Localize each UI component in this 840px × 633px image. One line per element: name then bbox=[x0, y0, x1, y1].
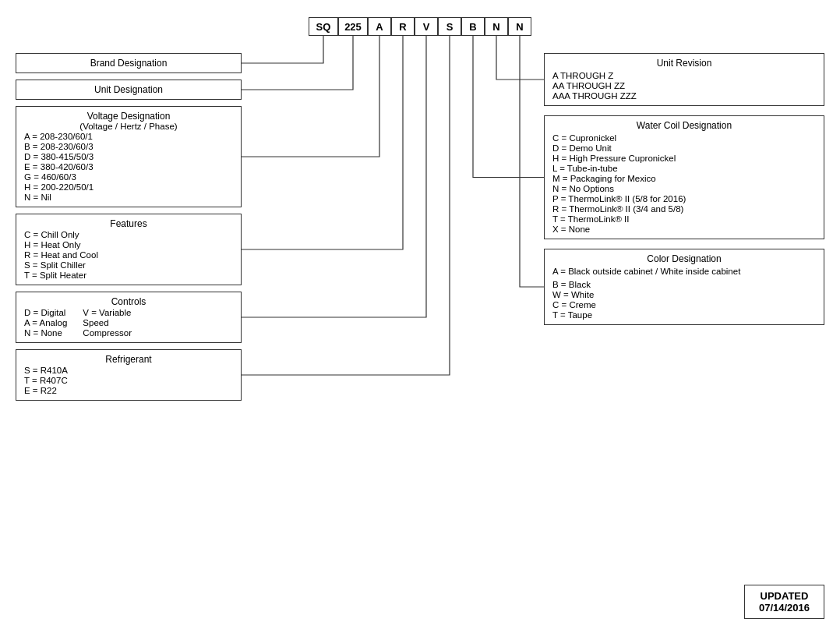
box-line: B = 208-230/60/3 bbox=[24, 142, 233, 151]
model-cell-7: N bbox=[485, 17, 508, 36]
info-box-controls: ControlsD = DigitalA = AnalogN = NoneV =… bbox=[16, 292, 242, 343]
box-title-unit_revision: Unit Revision bbox=[552, 58, 816, 69]
model-cell-4: V bbox=[415, 17, 438, 36]
box-line: H = High Pressure Cupronickel bbox=[552, 154, 816, 163]
box-line: A = 208-230/60/1 bbox=[24, 132, 233, 141]
box-line: X = None bbox=[552, 225, 816, 234]
box-title-controls: Controls bbox=[24, 296, 233, 307]
box-line: D = 380-415/50/3 bbox=[24, 152, 233, 161]
box-line: T = R407C bbox=[24, 376, 233, 385]
box-line: V = Variable bbox=[83, 308, 132, 317]
box-title-features: Features bbox=[24, 218, 233, 229]
info-box-unit: Unit Designation bbox=[16, 80, 242, 100]
box-line: N = No Options bbox=[552, 184, 816, 193]
model-cell-0: SQ bbox=[309, 17, 338, 36]
box-line: C = Chill Only bbox=[24, 230, 233, 239]
box-line: AAA THROUGH ZZZ bbox=[552, 91, 816, 101]
box-line: S = Split Chiller bbox=[24, 260, 233, 270]
box-line: N = None bbox=[24, 328, 67, 338]
model-number-row: SQ225ARVSBNN bbox=[0, 17, 840, 36]
box-line: Compressor bbox=[83, 328, 132, 338]
box-title-water_coil: Water Coil Designation bbox=[552, 120, 816, 131]
left-div-controls: D = DigitalA = AnalogN = None bbox=[24, 307, 67, 338]
model-cell-2: A bbox=[368, 17, 391, 36]
box-line: E = R22 bbox=[24, 386, 233, 395]
box-line: T = ThermoLink® II bbox=[552, 214, 816, 224]
box-line: A = Analog bbox=[24, 318, 67, 327]
model-cell-8: N bbox=[508, 17, 531, 36]
updated-box: UPDATED 07/14/2016 bbox=[744, 585, 824, 619]
box-line: M = Packaging for Mexico bbox=[552, 174, 816, 183]
info-box-brand: Brand Designation bbox=[16, 53, 242, 73]
model-cell-1: 225 bbox=[338, 17, 368, 36]
two-col-controls: D = DigitalA = AnalogN = NoneV = Variabl… bbox=[24, 307, 233, 338]
box-title-refrigerant: Refrigerant bbox=[24, 354, 233, 365]
box-title-brand: Brand Designation bbox=[24, 58, 233, 69]
box-line: E = 380-420/60/3 bbox=[24, 162, 233, 172]
box-title-voltage: Voltage Designation bbox=[24, 111, 233, 122]
box-line: L = Tube-in-tube bbox=[552, 164, 816, 173]
model-cell-6: B bbox=[461, 17, 485, 36]
box-subtitle-voltage: (Voltage / Hertz / Phase) bbox=[24, 122, 233, 131]
box-line: G = 460/60/3 bbox=[24, 172, 233, 182]
box-line: A THROUGH Z bbox=[552, 71, 816, 80]
box-line: Speed bbox=[83, 318, 132, 327]
right-column: Unit RevisionA THROUGH ZAA THROUGH ZZAAA… bbox=[544, 53, 824, 334]
info-box-voltage: Voltage Designation(Voltage / Hertz / Ph… bbox=[16, 106, 242, 207]
box-line: D = Digital bbox=[24, 308, 67, 317]
box-line: D = Demo Unit bbox=[552, 143, 816, 153]
left-column: Brand DesignationUnit DesignationVoltage… bbox=[16, 53, 242, 407]
box-line: C = Cupronickel bbox=[552, 133, 816, 143]
page-title bbox=[0, 0, 840, 17]
info-box-features: FeaturesC = Chill OnlyH = Heat OnlyR = H… bbox=[16, 214, 242, 285]
box-title-unit: Unit Designation bbox=[24, 84, 233, 95]
box-line: W = White bbox=[552, 290, 816, 299]
page: SQ225ARVSBNN Brand DesignationUnit Desig… bbox=[0, 0, 840, 633]
box-line: R = ThermoLink® II (3/4 and 5/8) bbox=[552, 204, 816, 214]
info-box-refrigerant: RefrigerantS = R410AT = R407CE = R22 bbox=[16, 349, 242, 401]
box-line: N = Nil bbox=[24, 193, 233, 202]
box-line: H = 200-220/50/1 bbox=[24, 182, 233, 192]
info-box-color: Color DesignationA = Black outside cabin… bbox=[544, 249, 824, 325]
box-line: B = Black bbox=[552, 280, 816, 289]
box-line: A = Black outside cabinet / White inside… bbox=[552, 267, 816, 276]
box-title-color: Color Designation bbox=[552, 253, 816, 264]
info-box-water_coil: Water Coil DesignationC = CupronickelD =… bbox=[544, 115, 824, 239]
box-line: P = ThermoLink® II (5/8 for 2016) bbox=[552, 194, 816, 203]
right-div-controls: V = VariableSpeedCompressor bbox=[83, 307, 132, 338]
box-line: R = Heat and Cool bbox=[24, 250, 233, 260]
model-cell-3: R bbox=[391, 17, 415, 36]
box-line: H = Heat Only bbox=[24, 240, 233, 249]
box-line: T = Split Heater bbox=[24, 271, 233, 280]
info-box-unit_revision: Unit RevisionA THROUGH ZAA THROUGH ZZAAA… bbox=[544, 53, 824, 106]
box-line: S = R410A bbox=[24, 366, 233, 375]
box-line: T = Taupe bbox=[552, 310, 816, 320]
box-line: AA THROUGH ZZ bbox=[552, 81, 816, 90]
model-cell-5: S bbox=[438, 17, 461, 36]
box-line: C = Creme bbox=[552, 300, 816, 309]
